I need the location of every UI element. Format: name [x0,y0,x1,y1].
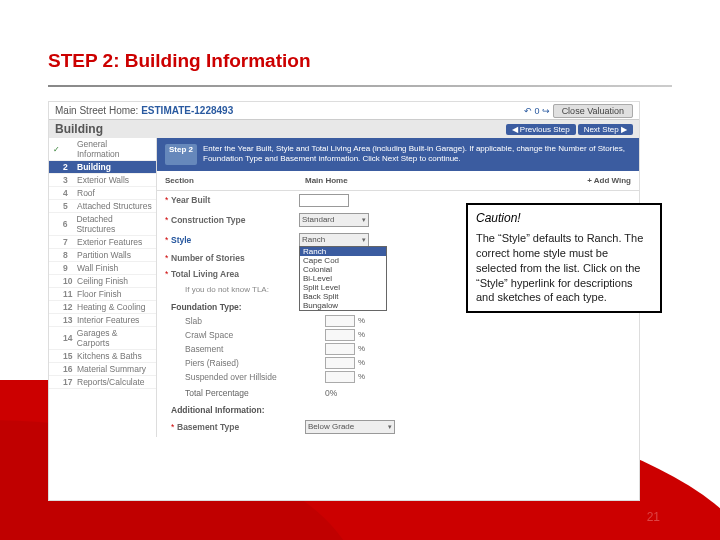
step-banner: Step 2 Enter the Year Built, Style and T… [157,138,639,171]
sidebar-item-general-information[interactable]: General Information [49,138,156,161]
style-option-colonial[interactable]: Colonial [300,265,386,274]
caution-callout: Caution! The “Style” defaults to Ranch. … [466,203,662,313]
additional-info-header: Additional Information: [157,400,639,417]
label-piers-raised: Piers (Raised) [185,358,325,368]
sidebar-item-ceiling-finish[interactable]: 10Ceiling Finish [49,275,156,288]
sidebar-item-wall-finish[interactable]: 9Wall Finish [49,262,156,275]
value-total-percentage: 0% [325,388,337,398]
input-suspended-pct[interactable] [325,371,355,383]
sidebar-item-reports-calculate[interactable]: 17Reports/Calculate [49,376,156,389]
crumb-prefix: Main Street Home: [55,105,138,116]
sidebar-item-interior-features[interactable]: 13Interior Features [49,314,156,327]
label-year-built: Year Built [171,195,299,205]
label-total-living-area: Total Living Area [171,269,299,279]
column-main-home: Main Home [305,176,348,185]
sidebar-item-building[interactable]: 2Building [49,161,156,174]
sidebar-item-floor-finish[interactable]: 11Floor Finish [49,288,156,301]
sidebar-item-kitchens-baths[interactable]: 15Kitchens & Baths [49,350,156,363]
sidebar-item-material-summary[interactable]: 16Material Summary [49,363,156,376]
input-slab-pct[interactable] [325,315,355,327]
label-number-of-stories: Number of Stories [171,253,299,263]
next-step-button[interactable]: Next Step ▶ [578,124,633,135]
callout-body: The “Style” defaults to Ranch. The corre… [476,231,652,305]
section-title-row: Building ◀ Previous StepNext Step ▶ [49,120,639,138]
select-construction-type[interactable]: Standard [299,213,369,227]
slide-title: STEP 2: Building Information [0,0,720,82]
undo-indicator[interactable]: ↶ 0 ↪ [524,106,550,116]
add-wing-link[interactable]: + Add Wing [587,176,631,185]
page-number: 21 [647,510,660,524]
label-construction-type: Construction Type [171,215,299,225]
wizard-sidebar: General Information 2Building 3Exterior … [49,138,157,437]
style-dropdown-list: Ranch Cape Cod Colonial Bi-Level Split L… [299,246,387,311]
tla-hint: If you do not know TLA: [171,285,269,294]
callout-title: Caution! [476,211,652,225]
estimate-id: ESTIMATE-1228493 [141,105,233,116]
style-option-split-level[interactable]: Split Level [300,283,386,292]
sidebar-item-detached-structures[interactable]: 6Detached Structures [49,213,156,236]
label-suspended-hillside: Suspended over Hillside [185,372,325,382]
sidebar-item-heating-cooling[interactable]: 12Heating & Cooling [49,301,156,314]
sidebar-item-attached-structures[interactable]: 5Attached Structures [49,200,156,213]
label-basement-type: Basement Type [177,422,305,432]
input-crawl-space-pct[interactable] [325,329,355,341]
close-valuation-button[interactable]: Close Valuation [553,104,633,118]
label-style-link[interactable]: Style [171,235,299,245]
input-piers-pct[interactable] [325,357,355,369]
step-instructions: Enter the Year Built, Style and Total Li… [203,144,631,165]
select-basement-type[interactable]: Below Grade [305,420,395,434]
previous-step-button[interactable]: ◀ Previous Step [506,124,576,135]
style-option-bungalow[interactable]: Bungalow [300,301,386,310]
column-section: Section [165,176,305,185]
label-basement: Basement [185,344,325,354]
title-underline [48,85,672,87]
section-title: Building [55,122,103,136]
select-style[interactable]: Ranch [299,233,369,247]
style-option-cape-cod[interactable]: Cape Cod [300,256,386,265]
sidebar-item-exterior-walls[interactable]: 3Exterior Walls [49,174,156,187]
label-slab: Slab [185,316,325,326]
input-basement-pct[interactable] [325,343,355,355]
label-crawl-space: Crawl Space [185,330,325,340]
step-tag: Step 2 [165,144,197,165]
style-option-ranch[interactable]: Ranch [300,247,386,256]
label-total-percentage: Total Percentage [185,388,325,398]
sidebar-item-partition-walls[interactable]: 8Partition Walls [49,249,156,262]
input-year-built[interactable] [299,194,349,207]
style-option-bi-level[interactable]: Bi-Level [300,274,386,283]
sidebar-item-roof[interactable]: 4Roof [49,187,156,200]
sidebar-item-exterior-features[interactable]: 7Exterior Features [49,236,156,249]
breadcrumb-bar: Main Street Home: ESTIMATE-1228493 ↶ 0 ↪… [49,102,639,120]
style-option-back-split[interactable]: Back Split [300,292,386,301]
sidebar-item-garages-carports[interactable]: 14Garages & Carports [49,327,156,350]
